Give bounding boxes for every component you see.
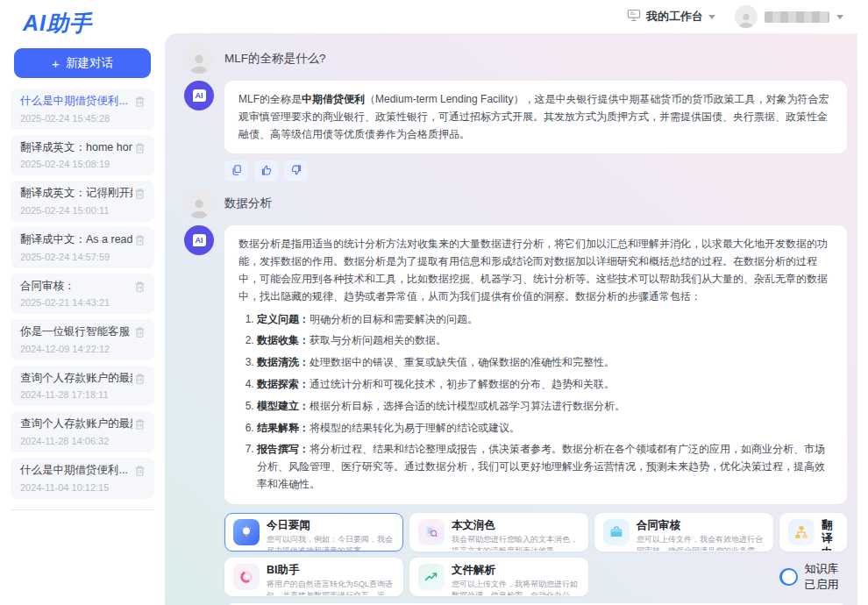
conversation-item[interactable]: 查询个人存款账户的最新... 2024-11-28 17:18:11 — [11, 366, 154, 407]
thumbs-up-icon — [260, 164, 273, 179]
conversation-item[interactable]: 什么是中期借贷便利... 2025-02-24 15:45:28 — [11, 89, 154, 130]
ai-message-text-bold: 中期借贷便利 — [302, 93, 365, 105]
card-daily-news[interactable]: 今日要闻 您可以问我，例如：今日要闻，我会尽力提供准确和满意的答案。 — [224, 513, 403, 552]
analysis-step: 模型建立：根据分析目标，选择合适的统计模型或机器学习算法进行数据分析。 — [257, 398, 833, 416]
delete-conversation-button[interactable] — [133, 417, 146, 431]
conversation-title: 什么是中期借贷便利... — [20, 95, 128, 109]
user-avatar — [184, 189, 214, 218]
conversation-title: 翻译成英文：home home — [20, 141, 132, 155]
conversation-time: 2024-11-28 14:06:32 — [20, 436, 132, 446]
new-chat-label: 新建对话 — [66, 55, 113, 71]
conversation-time: 2024-11-04 10:12:15 — [20, 482, 128, 493]
conversation-time: 2025-02-24 15:00:11 — [20, 205, 132, 216]
user-message-row: MLF的全称是什么? — [184, 44, 847, 74]
card-translate[interactable]: 翻译中英文 我会旨在保留原始信息的含义、语气和风格，以确保翻译的准确性和自然流畅… — [779, 513, 847, 552]
ai-message-bubble: 数据分析是指用适当的统计分析方法对收集来的大量数据进行分析，将它们加以汇总和理解… — [224, 225, 847, 503]
analysis-step: 报告撰写：将分析过程、结果和结论整理成报告，供决策者参考。数据分析在各个领域都有… — [257, 441, 833, 493]
delete-conversation-button[interactable] — [133, 187, 146, 201]
workspace-menu[interactable]: 我的工作台 — [627, 9, 715, 25]
delete-conversation-button[interactable] — [133, 280, 146, 294]
pie-chart-icon — [233, 564, 260, 590]
conversation-list: 什么是中期借贷便利... 2025-02-24 15:45:28 翻 — [0, 89, 165, 499]
delete-conversation-button[interactable] — [133, 372, 146, 386]
user-avatar — [735, 5, 758, 28]
thumbs-up-button[interactable] — [254, 160, 278, 182]
conversation-title: 合同审核： — [20, 280, 110, 294]
conversation-title: 什么是中期借贷便利... — [20, 464, 128, 478]
card-title: 本文润色 — [452, 519, 580, 533]
card-title: 翻译中英文 — [822, 519, 838, 552]
conversation-title: 翻译成中文：As a reader... — [20, 233, 132, 247]
delete-conversation-button[interactable] — [133, 141, 146, 155]
step-label: 结果解释： — [257, 422, 309, 434]
new-chat-button[interactable]: + 新建对话 — [14, 48, 151, 78]
analysis-step: 定义问题：明确分析的目标和需要解决的问题。 — [257, 311, 833, 329]
step-label: 数据收集： — [257, 334, 309, 346]
card-title: 合同审核 — [637, 519, 765, 533]
trash-icon — [134, 189, 146, 203]
trash-icon — [134, 466, 146, 480]
ai-avatar: AI — [184, 81, 214, 110]
knowledge-base-toggle[interactable] — [779, 568, 798, 586]
conversation-time: 2024-12-09 14:22:12 — [20, 344, 132, 354]
conversation-title: 你是一位银行智能客服，... — [20, 325, 132, 339]
user-name-masked — [765, 11, 829, 23]
trash-icon — [134, 282, 146, 295]
user-menu[interactable] — [735, 5, 843, 28]
workspace-label: 我的工作台 — [646, 9, 703, 25]
trash-icon — [134, 374, 146, 388]
delete-conversation-button[interactable] — [133, 233, 146, 247]
card-title: 文件解析 — [452, 564, 580, 578]
chevron-down-icon — [708, 15, 715, 19]
card-desc: 您可以上传文件，我会有效地进行合同审核，确保合同满足您的业务需求。 — [637, 534, 765, 551]
conversation-item[interactable]: 什么是中期借贷便利... 2024-11-04 10:12:15 — [11, 458, 154, 499]
trash-icon — [134, 144, 146, 157]
chevron-down-icon — [836, 15, 843, 19]
card-text-polish[interactable]: 本文润色 我会帮助您进行您输入的文本润色，提高文本的流畅度和表达效果。 — [409, 513, 588, 552]
ai-message-text-prefix: MLF的全称是 — [238, 93, 302, 105]
ai-avatar-label: AI — [193, 234, 206, 246]
step-label: 数据探索： — [257, 378, 309, 390]
sitemap-icon — [788, 519, 815, 545]
quick-action-cards: 今日要闻 您可以问我，例如：今日要闻，我会尽力提供准确和满意的答案。 本文润色 … — [224, 513, 847, 596]
monitor-icon — [627, 9, 641, 25]
analysis-steps-list: 定义问题：明确分析的目标和需要解决的问题。 数据收集：获取与分析问题相关的数据。… — [238, 311, 833, 494]
copy-button[interactable] — [224, 160, 248, 182]
topbar: 我的工作台 — [165, 0, 868, 33]
delete-conversation-button[interactable] — [133, 95, 146, 109]
knowledge-base-label: 知识库已启用 — [805, 561, 843, 593]
step-text: 获取与分析问题相关的数据。 — [309, 334, 446, 346]
conversation-item[interactable]: 合同审核： 2025-02-21 14:43:21 — [11, 274, 154, 315]
analysis-step: 结果解释：将模型的结果转化为易于理解的结论或建议。 — [257, 420, 833, 438]
conversation-title: 查询个人存款账户的最新... — [20, 372, 132, 386]
conversation-time: 2025-02-24 15:08:19 — [20, 159, 132, 169]
delete-conversation-button[interactable] — [133, 325, 146, 339]
main-column: 我的工作台 MLF的全称是什么? AI — [165, 0, 868, 605]
analysis-step: 数据清洗：处理数据中的错误、重复或缺失值，确保数据的准确性和完整性。 — [257, 354, 833, 372]
card-bi-assistant[interactable]: BI助手 将用户的自然语言转化为SQL查询语句，并直接与数据库进行交互，返回智能… — [224, 558, 403, 596]
analysis-step: 数据收集：获取与分析问题相关的数据。 — [257, 332, 833, 350]
conversation-item[interactable]: 翻译成中文：As a reader... 2025-02-24 14:57:59 — [11, 227, 154, 268]
delete-conversation-button[interactable] — [133, 464, 146, 478]
conversation-title: 翻译成英文：记得刚开始... — [20, 187, 132, 201]
trash-icon — [134, 328, 146, 341]
ai-message-bubble: MLF的全称是中期借贷便利（Medium-term Lending Facili… — [224, 81, 847, 153]
card-desc: 将用户的自然语言转化为SQL查询语句，并直接与数据库进行交互，返回智能推荐的图表… — [267, 579, 395, 595]
card-contract-review[interactable]: 合同审核 您可以上传文件，我会有效地进行合同审核，确保合同满足您的业务需求。 — [594, 513, 773, 552]
step-text: 明确分析的目标和需要解决的问题。 — [309, 313, 478, 325]
card-file-parse[interactable]: 文件解析 您可以上传文件，我将帮助您进行如数据处理、信息检索、自动化办公等。 — [409, 558, 588, 596]
step-text: 将分析过程、结果和结论整理成报告，供决策者参考。数据分析在各个领域都有广泛的应用… — [257, 443, 825, 490]
trash-icon — [134, 97, 146, 110]
user-message-text: MLF的全称是什么? — [224, 44, 326, 67]
message-actions — [224, 160, 847, 182]
thumbs-down-button[interactable] — [284, 160, 308, 182]
conversation-item[interactable]: 翻译成英文：home home 2025-02-24 15:08:19 — [11, 135, 154, 176]
analysis-step: 数据探索：通过统计分析和可视化技术，初步了解数据的分布、趋势和关联。 — [257, 376, 833, 394]
card-desc: 我会帮助您进行您输入的文本润色，提高文本的流畅度和表达效果。 — [452, 534, 580, 551]
app-logo: AI助手 — [0, 5, 165, 46]
conversation-item[interactable]: 翻译成英文：记得刚开始... 2025-02-24 15:00:11 — [11, 181, 154, 222]
briefcase-icon — [603, 519, 630, 545]
card-title: 今日要闻 — [267, 519, 395, 533]
conversation-item[interactable]: 查询个人存款账户的最新... 2024-11-28 14:06:32 — [11, 411, 154, 452]
conversation-item[interactable]: 你是一位银行智能客服，... 2024-12-09 14:22:12 — [11, 319, 154, 360]
